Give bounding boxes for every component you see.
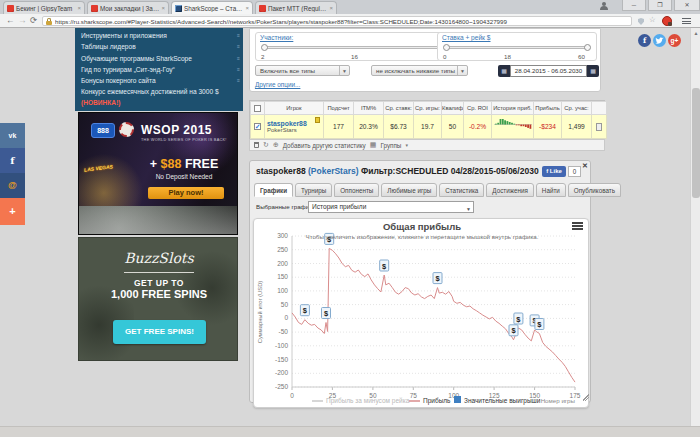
bookmark-star-icon[interactable]: ☆ xyxy=(649,15,656,24)
window-maximize-button[interactable]: ❐ xyxy=(648,0,672,11)
extra-cell[interactable] xyxy=(592,115,607,139)
tab-opponents[interactable]: Оппоненты xyxy=(334,183,379,197)
delete-icon[interactable] xyxy=(254,142,259,148)
share-more-button[interactable]: + xyxy=(0,198,25,225)
slider-handle-max[interactable] xyxy=(584,44,591,51)
wsop-play-now-button[interactable]: Play now! xyxy=(148,187,224,199)
window-close-button[interactable]: ✕ xyxy=(674,0,700,11)
col-player[interactable]: Игрок xyxy=(265,102,324,115)
refresh-icon[interactable]: ↻ xyxy=(263,141,269,149)
tab-mtt-package[interactable]: Пакет MTT (Regular MTT) × xyxy=(255,1,337,14)
googleplus-icon[interactable]: g+ xyxy=(668,34,681,47)
vertical-scrollbar[interactable]: ▲ xyxy=(690,28,700,437)
stake-slider[interactable] xyxy=(444,46,590,49)
twitter-icon[interactable] xyxy=(653,34,666,47)
row-checkbox[interactable]: ✓ xyxy=(254,123,261,130)
note-icon[interactable] xyxy=(315,117,320,123)
list-mark-icon: ≡ xyxy=(237,75,240,86)
col-itm[interactable]: ITM% xyxy=(354,102,384,115)
include-types-dropdown[interactable]: Включить все типы ▼ xyxy=(255,65,350,76)
profit-history-chart[interactable]: 300250200150100500-50-100-150-200-250025… xyxy=(254,219,588,413)
browser-menu-icon[interactable] xyxy=(682,18,691,25)
graph-select-dropdown[interactable]: История прибыли ▼ xyxy=(308,201,474,213)
tab-close-icon[interactable]: × xyxy=(329,5,333,11)
poker-chip-icon xyxy=(119,122,134,137)
tab-bookmarks[interactable]: Мои закладки | Закладки × xyxy=(87,1,169,14)
table-header-row: Игрок Подсчет ITM% Ср. ставк: Ср. игры: … xyxy=(251,102,607,115)
scrollbar-thumb[interactable] xyxy=(692,88,700,198)
facebook-like-button[interactable]: f Like xyxy=(542,166,566,177)
more-options-link[interactable]: Другие опции... xyxy=(255,81,300,88)
participants-label[interactable]: Участники: xyxy=(260,34,293,41)
sidebar-item-bonuses[interactable]: Бонусы покерного сайта≡ xyxy=(75,75,243,86)
title-network-link[interactable]: (PokerStars) xyxy=(308,166,359,176)
tab-close-icon[interactable]: × xyxy=(161,5,165,11)
adblock-extension-icon[interactable] xyxy=(662,16,672,26)
tab-close-icon[interactable]: × xyxy=(245,5,249,11)
back-button-icon[interactable]: ← xyxy=(6,15,15,25)
add-icon[interactable]: ⊕ xyxy=(273,141,279,149)
sidebar-item-tools[interactable]: Инструменты и приложения≡ xyxy=(75,30,243,41)
scroll-up-icon[interactable]: ▲ xyxy=(691,28,700,39)
chart-menu-icon[interactable] xyxy=(572,222,583,231)
vk-share-button[interactable]: vk xyxy=(0,123,25,148)
sidebar-item-label: Таблицы лидеров xyxy=(81,43,136,50)
panel-resize-handle[interactable] xyxy=(582,394,589,401)
history-sparkline-cell[interactable] xyxy=(492,115,534,139)
tab-title: SharkScope – Статистика xyxy=(184,5,243,12)
col-qualif[interactable]: Квалиф. xyxy=(442,102,464,115)
col-history[interactable]: История приб. xyxy=(492,102,534,115)
col-avg-roi[interactable]: Ср. ROI xyxy=(464,102,492,115)
tab-achievements[interactable]: Достижения xyxy=(486,183,534,197)
col-avg-stake[interactable]: Ср. ставк: xyxy=(384,102,414,115)
buzzslots-logo: BuzzSlots xyxy=(79,250,238,266)
sidebar-item-contest[interactable]: Конкурс ежемесячных достижений на 3000 $ xyxy=(75,86,243,97)
tab-tournaments[interactable]: Турниры xyxy=(295,183,332,197)
facebook-icon[interactable]: f xyxy=(638,34,651,47)
calendar-start-button[interactable]: ▦ xyxy=(498,65,510,77)
content-shield-icon[interactable] xyxy=(638,18,644,25)
sidebar-item-label: Гид по турнирам „Сит-энд-Гоу“ xyxy=(81,66,175,73)
col-count[interactable]: Подсчет xyxy=(324,102,354,115)
add-stat-link[interactable]: Добавить другую статистику xyxy=(283,142,366,149)
address-bar[interactable]: https://ru.sharkscope.com/#Player-Statis… xyxy=(42,16,632,26)
tab-graphs[interactable]: Графики xyxy=(254,183,293,197)
slider-handle-min[interactable] xyxy=(261,44,268,51)
buzzslots-ad-banner[interactable]: BuzzSlots GET UP TO 1,000 FREE SPINS GET… xyxy=(78,237,238,361)
browser-profile-icon[interactable] xyxy=(598,2,610,10)
col-avg-games[interactable]: Ср. игры: xyxy=(414,102,442,115)
select-all-checkbox[interactable] xyxy=(254,105,261,112)
forward-button-icon[interactable]: → xyxy=(18,15,27,25)
tab-sharkscope-active[interactable]: SharkScope – Статистика × xyxy=(171,1,253,14)
exclude-types-dropdown[interactable]: не исключать никакие типы ▼ xyxy=(371,65,468,76)
wsop-ad-banner[interactable]: 888 WSOP 2015 THE WORLD SERIES OF POKER … xyxy=(78,112,238,235)
https-lock-icon[interactable] xyxy=(46,18,52,25)
tab-close-icon[interactable]: × xyxy=(77,5,81,11)
tab-statistics[interactable]: Статистика xyxy=(439,183,484,197)
sidebar-item-training[interactable]: Обучающие программы SharkScope≡ xyxy=(75,53,243,64)
details-icon[interactable] xyxy=(596,123,602,131)
stake-label[interactable]: Ставка + рейк $ xyxy=(442,34,491,41)
calendar-end-button[interactable]: ▦ xyxy=(587,65,599,77)
buzz-free-spins-button[interactable]: GET FREE SPINS! xyxy=(113,320,206,344)
groups-grid-icon[interactable]: ▦ xyxy=(370,141,377,149)
sidebar-item-leaderboards[interactable]: Таблицы лидеров≡ xyxy=(75,41,243,52)
ad-divider xyxy=(124,272,194,273)
window-minimize-button[interactable]: ─ xyxy=(622,0,646,11)
url-text[interactable]: https://ru.sharkscope.com/#Player-Statis… xyxy=(55,18,628,25)
mailru-share-button[interactable]: @ xyxy=(0,173,25,198)
tab-favorite-games[interactable]: Любимые игры xyxy=(381,183,437,197)
facebook-share-button[interactable]: f xyxy=(0,148,25,173)
buzz-ad-line2: 1,000 FREE SPINS xyxy=(79,288,238,300)
tab-publish[interactable]: Опубликовать xyxy=(568,183,621,197)
tab-gipsyteam[interactable]: Бекинг | GipsyTeam × xyxy=(3,1,85,14)
reload-button-icon[interactable]: ⟳ xyxy=(30,15,37,25)
slider-handle-min[interactable] xyxy=(443,44,450,51)
panel-close-icon[interactable]: ✕ xyxy=(582,162,588,170)
col-profit[interactable]: Прибыль xyxy=(534,102,562,115)
groups-link[interactable]: Группы xyxy=(380,142,401,149)
col-entrants[interactable]: Ср. учас: xyxy=(562,102,592,115)
date-range-field[interactable]: 28.04.2015 - 06.05.2030 xyxy=(510,65,587,77)
tab-find[interactable]: Найти xyxy=(536,183,566,197)
sidebar-item-sng-guide[interactable]: Гид по турнирам „Сит-энд-Гоу“≡ xyxy=(75,64,243,75)
